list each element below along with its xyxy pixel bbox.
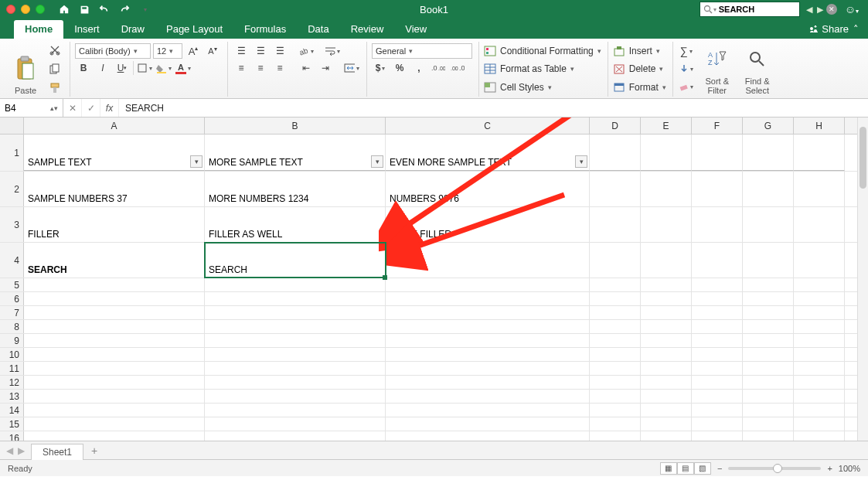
cell[interactable] (590, 348, 641, 361)
cell[interactable] (692, 417, 743, 431)
format-as-table-button[interactable]: Format as Table▾ (484, 61, 601, 77)
cell[interactable] (24, 278, 205, 291)
decrease-indent-icon[interactable]: ⇤ (298, 60, 315, 76)
sheet-nav-prev-icon[interactable]: ◀ (6, 445, 13, 456)
cell[interactable] (590, 417, 641, 431)
cell[interactable] (590, 362, 641, 375)
cell-styles-button[interactable]: Cell Styles▾ (484, 80, 601, 95)
increase-decimal-icon[interactable]: .0.00 (430, 60, 447, 76)
conditional-formatting-button[interactable]: Conditional Formatting▾ (484, 43, 601, 59)
sheet-nav-next-icon[interactable]: ▶ (18, 445, 25, 456)
cell[interactable]: SAMPLE TEXT▾ (24, 135, 205, 171)
cell[interactable] (205, 390, 386, 403)
cell[interactable] (692, 135, 743, 171)
spreadsheet-grid[interactable]: A B C D E F G H 1 SAMPLE TEXT▾ MORE SAMP… (0, 117, 868, 441)
cell[interactable]: NUMBERS 9876 (386, 172, 590, 206)
tab-formulas[interactable]: Formulas (233, 20, 297, 39)
name-box[interactable]: B4 ▴▾ (0, 99, 63, 117)
cell[interactable] (590, 334, 641, 347)
cell[interactable] (692, 292, 743, 305)
cell[interactable]: FILLER (24, 207, 205, 242)
search-prev-icon[interactable]: ◀ (805, 5, 814, 15)
tab-review[interactable]: Review (340, 20, 395, 39)
cell[interactable] (24, 390, 205, 403)
cell[interactable] (590, 431, 641, 441)
find-select-button[interactable]: Find & Select (740, 43, 775, 95)
col-header-G[interactable]: G (743, 117, 794, 134)
cell[interactable] (590, 172, 641, 206)
select-all-corner[interactable] (0, 117, 24, 134)
qat-customize-dropdown[interactable] (136, 2, 153, 16)
col-header-C[interactable]: C (386, 117, 590, 134)
cell[interactable] (205, 404, 386, 417)
merge-center-icon[interactable] (343, 60, 360, 76)
row-header[interactable]: 9 (0, 334, 24, 347)
align-bottom-icon[interactable]: ☰ (271, 43, 288, 59)
undo-icon[interactable] (96, 2, 113, 16)
cell[interactable] (205, 306, 386, 319)
cell[interactable] (743, 243, 794, 278)
cell[interactable] (692, 243, 743, 278)
cell[interactable] (794, 292, 845, 305)
cell[interactable] (794, 390, 845, 403)
align-middle-icon[interactable]: ☰ (252, 43, 269, 59)
normal-view-icon[interactable]: ▦ (660, 462, 677, 475)
cell[interactable] (641, 306, 692, 319)
cell[interactable] (24, 292, 205, 305)
cell[interactable]: MORE FILLER (386, 207, 590, 242)
cell[interactable] (641, 207, 692, 242)
cell[interactable] (24, 362, 205, 375)
add-sheet-button[interactable]: + (83, 444, 105, 457)
cell[interactable]: EVEN MORE SAMPLE TEXT▾ (386, 135, 590, 171)
delete-cells-button[interactable]: Delete▾ (613, 61, 666, 77)
cell[interactable] (794, 135, 845, 171)
cell[interactable] (692, 348, 743, 361)
cell[interactable] (590, 404, 641, 417)
share-button[interactable]: Share (808, 23, 849, 35)
row-header[interactable]: 2 (0, 172, 24, 206)
cell[interactable] (641, 431, 692, 441)
cell[interactable] (205, 376, 386, 389)
wrap-text-icon[interactable] (324, 43, 341, 59)
cell[interactable] (794, 362, 845, 375)
cell[interactable] (205, 348, 386, 361)
cell[interactable] (743, 292, 794, 305)
vertical-scrollbar[interactable] (857, 117, 868, 441)
cell[interactable] (386, 348, 590, 361)
zoom-value[interactable]: 100% (839, 464, 860, 473)
cell[interactable] (692, 207, 743, 242)
cell[interactable] (24, 320, 205, 333)
cell[interactable] (641, 135, 692, 171)
cell[interactable] (641, 390, 692, 403)
cell[interactable] (743, 417, 794, 431)
cell[interactable] (641, 334, 692, 347)
tab-data[interactable]: Data (297, 20, 339, 39)
cell[interactable] (386, 278, 590, 291)
cell[interactable]: MORE SAMPLE TEXT▾ (205, 135, 386, 171)
row-header[interactable]: 4 (0, 243, 24, 278)
filter-dropdown-icon[interactable]: ▾ (371, 155, 383, 168)
cell[interactable] (386, 320, 590, 333)
cell[interactable] (386, 390, 590, 403)
feedback-smiley-icon[interactable]: ☺▾ (845, 3, 859, 15)
filter-dropdown-icon[interactable]: ▾ (575, 155, 587, 168)
cell[interactable] (24, 404, 205, 417)
accept-formula-icon[interactable]: ✓ (82, 99, 100, 117)
font-size-dropdown[interactable]: 12 (153, 43, 182, 59)
cell[interactable] (743, 362, 794, 375)
cell[interactable] (794, 278, 845, 291)
cell[interactable] (794, 207, 845, 242)
cell[interactable] (794, 320, 845, 333)
zoom-out-button[interactable]: − (717, 464, 722, 473)
cell[interactable] (692, 390, 743, 403)
number-format-dropdown[interactable]: General (372, 43, 472, 59)
cell[interactable] (692, 306, 743, 319)
cell[interactable] (743, 376, 794, 389)
zoom-slider-thumb[interactable] (773, 464, 782, 473)
cell[interactable] (386, 417, 590, 431)
fill-icon[interactable] (678, 61, 695, 77)
cell[interactable] (386, 431, 590, 441)
cut-icon[interactable] (46, 43, 63, 57)
cell[interactable] (743, 207, 794, 242)
cell[interactable] (692, 376, 743, 389)
